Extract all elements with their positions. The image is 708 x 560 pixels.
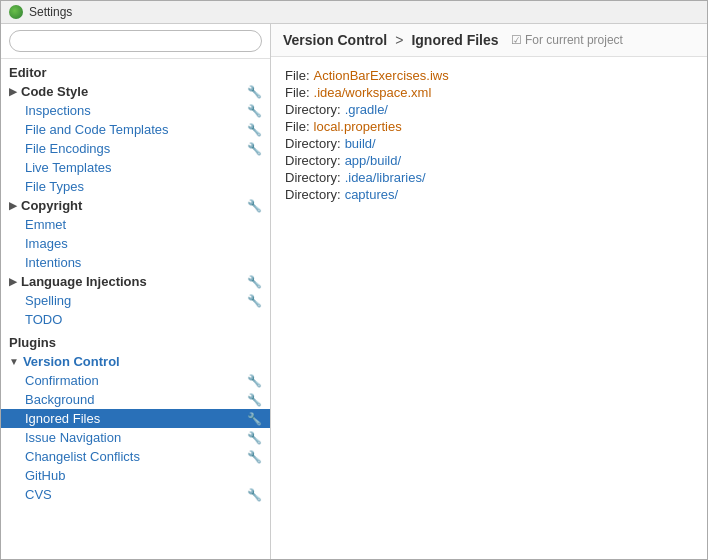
sidebar-item-emmet[interactable]: Emmet — [1, 215, 270, 234]
sync-icon: 🔧 — [247, 275, 262, 289]
sidebar-item-label: File Types — [25, 179, 84, 194]
sidebar-item-file-types[interactable]: File Types — [1, 177, 270, 196]
search-bar — [1, 24, 270, 59]
file-entry-name: build/ — [345, 136, 376, 151]
app-icon — [9, 5, 23, 19]
arrow-icon: ▶ — [9, 276, 17, 287]
sidebar-item-changelist-conflicts[interactable]: Changelist Conflicts 🔧 — [1, 447, 270, 466]
sidebar-item-label: Changelist Conflicts — [25, 449, 140, 464]
sidebar-item-label: TODO — [25, 312, 62, 327]
file-entry: Directory:build/ — [285, 135, 693, 152]
sidebar-item-label: Issue Navigation — [25, 430, 121, 445]
file-entry: Directory:captures/ — [285, 186, 693, 203]
file-entry-type-label: File: — [285, 68, 310, 83]
breadcrumb-link[interactable]: ☑ For current project — [511, 33, 623, 47]
sidebar-content: Editor ▶ Code Style 🔧 Inspections 🔧 File… — [1, 59, 270, 559]
content-body: File:ActionBarExercises.iwsFile:.idea/wo… — [271, 57, 707, 559]
sidebar-item-cvs[interactable]: CVS 🔧 — [1, 485, 270, 504]
file-entry-name: .gradle/ — [345, 102, 388, 117]
sync-icon: 🔧 — [247, 294, 262, 308]
sidebar-item-label: Intentions — [25, 255, 81, 270]
sync-icon: 🔧 — [247, 488, 262, 502]
file-entry-name: captures/ — [345, 187, 398, 202]
sidebar-item-copyright[interactable]: ▶ Copyright 🔧 — [1, 196, 270, 215]
content-header: Version Control > Ignored Files ☑ For cu… — [271, 24, 707, 57]
sidebar-item-label: Ignored Files — [25, 411, 100, 426]
file-entry-type-label: File: — [285, 85, 310, 100]
sidebar-item-ignored-files[interactable]: Ignored Files 🔧 — [1, 409, 270, 428]
sync-icon: 🔧 — [247, 199, 262, 213]
file-entry: File:.idea/workspace.xml — [285, 84, 693, 101]
sidebar-item-label: CVS — [25, 487, 52, 502]
sync-icon: 🔧 — [247, 450, 262, 464]
file-entry-type-label: Directory: — [285, 170, 341, 185]
title-bar: Settings — [1, 1, 707, 24]
sync-icon: 🔧 — [247, 412, 262, 426]
sidebar-item-label: Code Style — [21, 84, 88, 99]
file-entry-name: .idea/libraries/ — [345, 170, 426, 185]
file-entry-name: app/build/ — [345, 153, 401, 168]
arrow-icon: ▶ — [9, 200, 17, 211]
sidebar-item-version-control[interactable]: ▼ Version Control — [1, 352, 270, 371]
sync-icon: 🔧 — [247, 85, 262, 99]
breadcrumb-separator: > — [395, 32, 403, 48]
sidebar-item-file-and-code-templates[interactable]: File and Code Templates 🔧 — [1, 120, 270, 139]
search-input[interactable] — [9, 30, 262, 52]
sidebar-item-label: Copyright — [21, 198, 82, 213]
sync-icon: 🔧 — [247, 123, 262, 137]
file-entry: File:local.properties — [285, 118, 693, 135]
sidebar-item-code-style[interactable]: ▶ Code Style 🔧 — [1, 82, 270, 101]
file-entry-type-label: Directory: — [285, 187, 341, 202]
sidebar-item-intentions[interactable]: Intentions — [1, 253, 270, 272]
file-entry: Directory:.gradle/ — [285, 101, 693, 118]
sidebar-item-label: Language Injections — [21, 274, 147, 289]
sync-icon: 🔧 — [247, 431, 262, 445]
sidebar-item-github[interactable]: GitHub — [1, 466, 270, 485]
arrow-icon: ▼ — [9, 356, 19, 367]
arrow-icon: ▶ — [9, 86, 17, 97]
content-panel: Version Control > Ignored Files ☑ For cu… — [271, 24, 707, 559]
sidebar-item-label: Inspections — [25, 103, 91, 118]
sidebar-item-label: File and Code Templates — [25, 122, 169, 137]
sidebar-item-label: Background — [25, 392, 94, 407]
sidebar-item-label: Spelling — [25, 293, 71, 308]
sidebar-item-label: GitHub — [25, 468, 65, 483]
sidebar-item-confirmation[interactable]: Confirmation 🔧 — [1, 371, 270, 390]
file-entry-name: ActionBarExercises.iws — [314, 68, 449, 83]
file-entry-name: local.properties — [314, 119, 402, 134]
file-entry-type-label: File: — [285, 119, 310, 134]
sync-icon: 🔧 — [247, 104, 262, 118]
sidebar-item-language-injections[interactable]: ▶ Language Injections 🔧 — [1, 272, 270, 291]
sidebar-item-spelling[interactable]: Spelling 🔧 — [1, 291, 270, 310]
sidebar-item-file-encodings[interactable]: File Encodings 🔧 — [1, 139, 270, 158]
sidebar: Editor ▶ Code Style 🔧 Inspections 🔧 File… — [1, 24, 271, 559]
file-entry: Directory:.idea/libraries/ — [285, 169, 693, 186]
plugins-section-label: Plugins — [1, 329, 270, 352]
file-entry-name: .idea/workspace.xml — [314, 85, 432, 100]
sync-icon: 🔧 — [247, 142, 262, 156]
sync-icon: 🔧 — [247, 374, 262, 388]
sidebar-item-label: File Encodings — [25, 141, 110, 156]
sidebar-item-label: Version Control — [23, 354, 120, 369]
editor-section-label: Editor — [1, 59, 270, 82]
settings-window: Settings Editor ▶ Code Style 🔧 Inspectio… — [0, 0, 708, 560]
sidebar-item-label: Emmet — [25, 217, 66, 232]
file-entry: Directory:app/build/ — [285, 152, 693, 169]
file-entry-type-label: Directory: — [285, 102, 341, 117]
sidebar-item-label: Confirmation — [25, 373, 99, 388]
sidebar-item-todo[interactable]: TODO — [1, 310, 270, 329]
sidebar-item-inspections[interactable]: Inspections 🔧 — [1, 101, 270, 120]
file-entry-type-label: Directory: — [285, 153, 341, 168]
file-entry: File:ActionBarExercises.iws — [285, 67, 693, 84]
sidebar-item-label: Live Templates — [25, 160, 111, 175]
main-body: Editor ▶ Code Style 🔧 Inspections 🔧 File… — [1, 24, 707, 559]
window-title: Settings — [29, 5, 72, 19]
file-entry-type-label: Directory: — [285, 136, 341, 151]
breadcrumb-part1: Version Control — [283, 32, 387, 48]
sidebar-item-issue-navigation[interactable]: Issue Navigation 🔧 — [1, 428, 270, 447]
sidebar-item-live-templates[interactable]: Live Templates — [1, 158, 270, 177]
sidebar-item-label: Images — [25, 236, 68, 251]
sidebar-item-background[interactable]: Background 🔧 — [1, 390, 270, 409]
sidebar-item-images[interactable]: Images — [1, 234, 270, 253]
breadcrumb-part2: Ignored Files — [411, 32, 498, 48]
